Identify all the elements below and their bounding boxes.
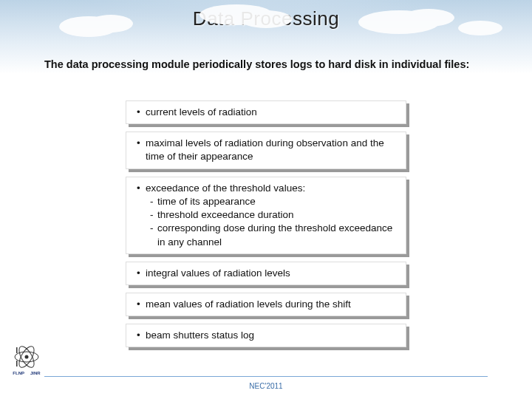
- box-item: • maximal levels of radiation during obs…: [126, 132, 406, 168]
- slide-title: Data Processing: [0, 0, 532, 30]
- dash-icon: -: [150, 208, 157, 222]
- svg-rect-12: [16, 361, 18, 366]
- sub-item: - threshold exceedance duration: [150, 208, 398, 222]
- dash-icon: -: [150, 195, 157, 208]
- slide: Data Processing The data processing modu…: [0, 0, 532, 399]
- box-item: • mean values of radiation levels during…: [126, 293, 406, 316]
- intro-text: The data processing module periodically …: [44, 58, 473, 72]
- sub-text: time of its appearance: [157, 195, 398, 208]
- box-content: • integral values of radiation levels: [126, 262, 406, 285]
- sub-item: - time of its appearance: [150, 195, 398, 208]
- bullet-icon: •: [137, 182, 146, 195]
- box-item: • exceedance of the threshold values: - …: [126, 177, 406, 254]
- box-content: • mean values of radiation levels during…: [126, 293, 406, 316]
- logo: FLNP JINR: [9, 344, 44, 380]
- sub-item: - corresponding dose during the threshol…: [150, 222, 398, 248]
- footer-divider: [44, 376, 488, 377]
- box-item: • beam shutters status log: [126, 324, 406, 347]
- logo-icon: [12, 344, 41, 369]
- bullet-icon: •: [137, 329, 146, 342]
- footer-text: NEC'2011: [0, 382, 532, 390]
- box-text: mean values of radiation levels during t…: [146, 298, 398, 311]
- box-text: exceedance of the threshold values:: [146, 182, 398, 195]
- bullet-icon: •: [137, 137, 146, 163]
- logo-right: JINR: [30, 371, 41, 375]
- box-list: • current levels of radiation • maximal …: [126, 100, 406, 355]
- box-content: • maximal levels of radiation during obs…: [126, 132, 406, 168]
- box-text: current levels of radiation: [146, 106, 398, 119]
- bullet-icon: •: [137, 106, 146, 119]
- svg-point-10: [25, 355, 29, 359]
- svg-rect-11: [16, 347, 18, 353]
- box-item: • current levels of radiation: [126, 100, 406, 124]
- box-text: beam shutters status log: [146, 329, 398, 342]
- logo-left: FLNP: [13, 371, 24, 375]
- bullet-icon: •: [137, 298, 146, 311]
- logo-text: FLNP JINR: [13, 371, 40, 375]
- box-content: • current levels of radiation: [126, 100, 406, 124]
- sub-text: threshold exceedance duration: [157, 208, 398, 222]
- box-item: • integral values of radiation levels: [126, 262, 406, 285]
- sub-list: - time of its appearance - threshold exc…: [137, 195, 398, 249]
- bullet-icon: •: [137, 267, 146, 280]
- sub-text: corresponding dose during the threshold …: [157, 222, 398, 248]
- box-text: maximal levels of radiation during obser…: [146, 137, 398, 163]
- box-content: • beam shutters status log: [126, 324, 406, 347]
- box-text: integral values of radiation levels: [146, 267, 398, 280]
- dash-icon: -: [150, 222, 157, 248]
- box-content: • exceedance of the threshold values: - …: [126, 177, 406, 254]
